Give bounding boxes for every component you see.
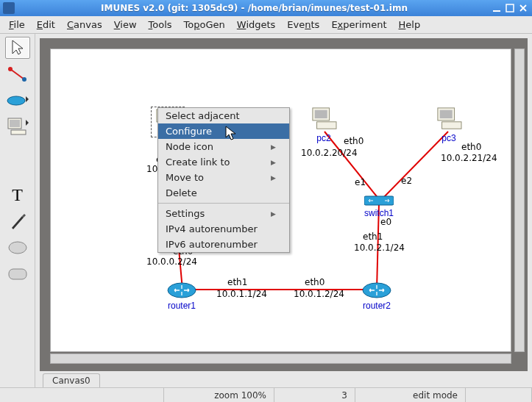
router1-eth1-ip: 10.0.1.1/24 bbox=[216, 289, 267, 299]
ctx-settings[interactable]: Settings▶ bbox=[158, 206, 289, 221]
chevron-right-icon: ▶ bbox=[271, 143, 276, 151]
app-icon bbox=[3, 2, 15, 14]
ctx-ipv4-autorenumber[interactable]: IPv4 autorenumber bbox=[158, 221, 289, 237]
tool-link[interactable] bbox=[5, 63, 30, 85]
menu-help[interactable]: Help bbox=[393, 17, 427, 32]
router-icon bbox=[167, 281, 196, 299]
switch1-e1: e1 bbox=[355, 177, 366, 187]
svg-rect-24 bbox=[442, 122, 461, 129]
svg-point-9 bbox=[9, 242, 26, 254]
menu-tools[interactable]: Tools bbox=[143, 17, 178, 32]
ctx-separator bbox=[158, 203, 289, 204]
chevron-right-icon: ▶ bbox=[271, 210, 276, 218]
pc-icon bbox=[435, 107, 463, 132]
switch-icon bbox=[364, 195, 394, 207]
status-left bbox=[0, 388, 164, 402]
window-title: IMUNES v2.0 (git: 1305dc9) - /home/brian… bbox=[19, 3, 489, 13]
tool-text[interactable]: T bbox=[5, 184, 30, 206]
node-pc3[interactable]: pc3 bbox=[435, 107, 463, 143]
status-mode: edit mode bbox=[355, 388, 466, 402]
router1-eth1: eth1 bbox=[227, 277, 247, 287]
canvas-tab-0[interactable]: Canvas0 bbox=[43, 373, 100, 387]
vertical-scrollbar[interactable] bbox=[514, 49, 525, 352]
chevron-right-icon: ▶ bbox=[271, 159, 276, 166]
menubar: File Edit Canvas View Tools TopoGen Widg… bbox=[0, 16, 532, 34]
chevron-right-icon: ▶ bbox=[271, 174, 276, 182]
minimize-button[interactable] bbox=[491, 2, 503, 14]
status-zoom: zoom 100% bbox=[164, 388, 274, 402]
router2-eth0: eth0 bbox=[305, 277, 324, 287]
ctx-select-adjacent[interactable]: Select adjacent bbox=[158, 108, 289, 123]
node-pc2[interactable]: pc2 bbox=[310, 107, 338, 143]
pc3-iface: eth0 bbox=[461, 142, 481, 152]
pc3-label: pc3 bbox=[435, 133, 463, 143]
router2-label: router2 bbox=[362, 301, 391, 311]
close-button[interactable] bbox=[517, 2, 529, 14]
svg-line-2 bbox=[10, 69, 24, 79]
pc2-iface: eth0 bbox=[344, 136, 363, 146]
menu-edit[interactable]: Edit bbox=[31, 17, 61, 32]
menu-view[interactable]: View bbox=[108, 17, 143, 32]
ctx-node-icon[interactable]: Node icon▶ bbox=[158, 139, 289, 154]
pc2-label: pc2 bbox=[310, 133, 338, 143]
router2-eth0-ip: 10.0.1.2/24 bbox=[294, 289, 344, 299]
svg-rect-1 bbox=[506, 4, 514, 12]
ctx-configure[interactable]: Configure bbox=[158, 123, 289, 139]
status-right bbox=[466, 388, 532, 402]
menu-widgets[interactable]: Widgets bbox=[231, 17, 282, 32]
pc-icon bbox=[310, 107, 338, 132]
tool-oval[interactable] bbox=[5, 237, 30, 259]
ctx-ipv6-autorenumber[interactable]: IPv6 autorenumber bbox=[158, 237, 289, 252]
svg-rect-0 bbox=[493, 10, 500, 12]
maximize-button[interactable] bbox=[504, 2, 516, 14]
node-router2[interactable]: router2 bbox=[362, 281, 391, 311]
menu-events[interactable]: Events bbox=[281, 17, 325, 32]
node-switch1[interactable]: switch1 bbox=[364, 195, 394, 218]
tool-select[interactable] bbox=[5, 37, 30, 59]
menu-experiment[interactable]: Experiment bbox=[325, 17, 392, 32]
router-icon bbox=[362, 281, 391, 299]
svg-rect-8 bbox=[11, 130, 26, 134]
ctx-move-to[interactable]: Move to▶ bbox=[158, 170, 289, 185]
status-num: 3 bbox=[274, 388, 355, 402]
menu-topogen[interactable]: TopoGen bbox=[178, 17, 231, 32]
svg-rect-23 bbox=[440, 110, 453, 118]
canvas-tabs: Canvas0 bbox=[35, 371, 532, 387]
horizontal-scrollbar[interactable] bbox=[50, 353, 511, 364]
node-router1[interactable]: router1 bbox=[167, 281, 196, 311]
tool-pc[interactable] bbox=[5, 116, 30, 138]
window-titlebar: IMUNES v2.0 (git: 1305dc9) - /home/brian… bbox=[0, 0, 532, 16]
tool-router[interactable] bbox=[5, 90, 30, 112]
switch1-e0: e0 bbox=[380, 217, 391, 227]
node-context-menu: Select adjacent Configure Node icon▶ Cre… bbox=[157, 107, 290, 253]
svg-rect-20 bbox=[315, 110, 327, 118]
menu-canvas[interactable]: Canvas bbox=[61, 17, 108, 32]
router2-eth1: eth1 bbox=[363, 231, 383, 242]
ctx-delete[interactable]: Delete bbox=[158, 185, 289, 201]
svg-point-5 bbox=[7, 96, 25, 105]
router1-eth0-ip: 10.0.0.2/24 bbox=[146, 256, 197, 267]
svg-rect-10 bbox=[9, 269, 26, 279]
pc2-ip: 10.0.2.20/24 bbox=[301, 148, 358, 158]
svg-rect-21 bbox=[317, 122, 336, 129]
router1-label: router1 bbox=[167, 301, 196, 311]
switch1-e2: e2 bbox=[401, 176, 412, 186]
tool-freehand[interactable] bbox=[5, 210, 30, 232]
tool-rect[interactable] bbox=[5, 263, 30, 285]
router2-eth1-ip: 10.0.2.1/24 bbox=[354, 243, 405, 253]
statusbar: zoom 100% 3 edit mode bbox=[0, 387, 532, 402]
left-toolbar: T bbox=[0, 34, 35, 387]
svg-point-3 bbox=[8, 67, 13, 71]
svg-point-4 bbox=[22, 77, 26, 82]
pc3-ip: 10.0.2.21/24 bbox=[441, 153, 497, 163]
menu-file[interactable]: File bbox=[3, 17, 31, 32]
svg-rect-7 bbox=[10, 120, 20, 127]
ctx-create-link-to[interactable]: Create link to▶ bbox=[158, 154, 289, 170]
